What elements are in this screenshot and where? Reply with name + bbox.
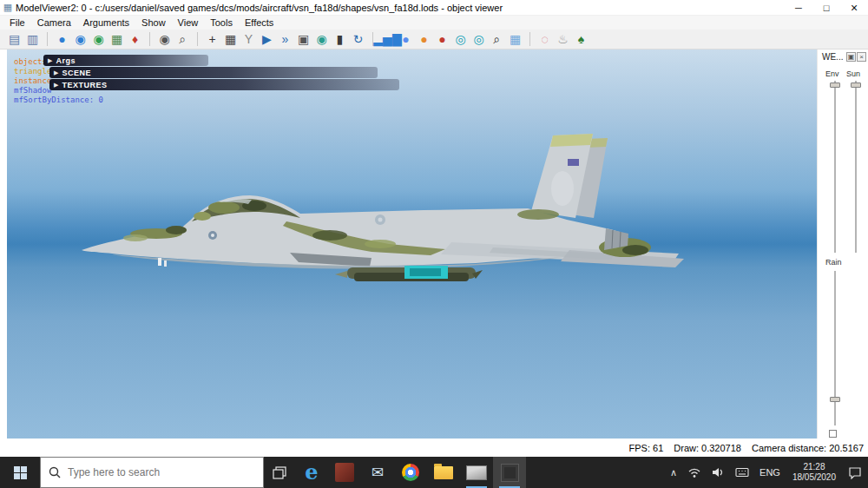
task-view-button[interactable]: [264, 457, 295, 488]
action-center-icon[interactable]: [843, 457, 868, 488]
panel-header-textures[interactable]: ▶TEXTURES: [49, 79, 399, 90]
network-icon[interactable]: [682, 457, 707, 488]
taskbar-app-photos[interactable]: [460, 457, 493, 488]
orbit-icon[interactable]: ◉: [71, 30, 89, 48]
rings-icon[interactable]: ◎: [451, 30, 470, 48]
toolbar: ▤▥●◉◉▦♦◉⌕+▦Y▶»▣◉▮↻▂▅▇●●●◎◎⌕▦◌♨♠: [0, 30, 868, 49]
blob-icon[interactable]: ●: [397, 30, 415, 48]
taskbar-app-game[interactable]: [328, 457, 361, 488]
model-viewport[interactable]: objects: Utriangles:instance:mfShadowmfS…: [7, 49, 817, 439]
status-bar: FPS: 61 Draw: 0.320718 Camera distance: …: [0, 439, 868, 457]
viewport-panels: ▶Args▶SCENE▶TEXTURES: [43, 55, 399, 91]
panel-checkbox[interactable]: [829, 430, 837, 438]
taskbar-app-edge-icon: e: [305, 462, 318, 483]
play-icon[interactable]: ▶: [258, 30, 276, 48]
panel-icon[interactable]: ▮: [331, 30, 349, 48]
panel-close-icon[interactable]: ×: [857, 52, 866, 62]
rings2-icon[interactable]: ◎: [470, 30, 488, 48]
environment-panel: WE... ▣ × Env Sun Rain: [817, 49, 868, 439]
clock-time: 21:28: [803, 462, 825, 472]
sun-slider-thumb[interactable]: [851, 82, 861, 88]
sphere-icon[interactable]: ●: [53, 30, 71, 48]
expand-arrow-icon: ▶: [48, 57, 52, 64]
keyboard-icon[interactable]: [730, 457, 754, 488]
menu-item-arguments[interactable]: Arguments: [77, 17, 135, 28]
tree-icon[interactable]: ♠: [572, 30, 590, 48]
forward-icon[interactable]: »: [276, 30, 294, 48]
magnifier-icon[interactable]: ⌕: [174, 30, 192, 48]
taskbar-app-mail[interactable]: ✉: [361, 457, 394, 488]
dotted-circle-icon[interactable]: ◌: [536, 30, 554, 48]
mesh-icon[interactable]: ▦: [221, 30, 240, 48]
grid-blue-icon[interactable]: ▦: [506, 30, 524, 48]
camera-distance-value: Camera distance: 20.5167: [752, 443, 864, 453]
expand-arrow-icon: ▶: [54, 82, 58, 89]
layers-icon[interactable]: ▥: [23, 30, 42, 48]
earth-icon[interactable]: ◉: [312, 30, 331, 48]
chart-icon[interactable]: ▂▅▇: [378, 30, 397, 48]
task-view-icon: [273, 466, 286, 479]
fire-icon[interactable]: ♦: [126, 30, 144, 48]
new-file-icon[interactable]: ▤: [5, 30, 23, 48]
grid-icon[interactable]: ▦: [108, 30, 126, 48]
aircraft-model: [7, 49, 817, 439]
taskbar-app-photos-icon: [466, 465, 487, 480]
taskbar-app-game-icon: [335, 463, 354, 482]
menu-item-effects[interactable]: Effects: [239, 17, 279, 28]
globe-icon[interactable]: ◉: [89, 30, 108, 48]
refresh-icon[interactable]: ↻: [349, 30, 367, 48]
taskbar-app-mail-icon: ✉: [372, 465, 384, 480]
apple-icon[interactable]: ●: [433, 30, 451, 48]
menu-item-tools[interactable]: Tools: [204, 17, 239, 28]
maximize-button[interactable]: □: [812, 0, 840, 15]
find-text-icon[interactable]: ⌕: [488, 30, 506, 48]
taskbar-app-chrome[interactable]: [394, 457, 427, 488]
taskbar-app-explorer-icon: [434, 466, 453, 479]
language-indicator[interactable]: ENG: [754, 457, 786, 488]
fps-value: FPS: 61: [629, 443, 664, 453]
webcam-icon[interactable]: ◉: [155, 30, 174, 48]
sun-label: Sun: [846, 69, 860, 78]
env-slider[interactable]: [830, 81, 840, 253]
search-icon: [49, 466, 61, 478]
toolbar-separator: [47, 32, 53, 46]
taskbar-clock[interactable]: 21:28 18/05/2020: [786, 462, 843, 483]
filter-icon[interactable]: Y: [240, 30, 258, 48]
search-input[interactable]: [68, 466, 241, 478]
env-slider-thumb[interactable]: [830, 82, 840, 88]
close-button[interactable]: ×: [840, 0, 868, 15]
env-label: Env: [825, 69, 839, 78]
rain-slider-track: [834, 271, 836, 425]
draw-value: Draw: 0.320718: [674, 443, 741, 453]
panel-label: SCENE: [62, 69, 91, 77]
menu-item-show[interactable]: Show: [135, 17, 172, 28]
windows-logo-icon: [14, 466, 27, 479]
taskbar-app-edge[interactable]: e: [295, 457, 328, 488]
panel-label: TEXTURES: [62, 81, 107, 89]
menu-item-view[interactable]: View: [172, 17, 205, 28]
sun-ball-icon[interactable]: ●: [415, 30, 433, 48]
taskbar: e✉ ∧ ENG 21:28: [0, 457, 868, 488]
minimize-button[interactable]: ─: [785, 0, 812, 15]
menu-item-file[interactable]: File: [3, 17, 31, 28]
camera-icon[interactable]: ▣: [294, 30, 312, 48]
menu-bar: FileCameraArgumentsShowViewToolsEffects: [0, 16, 868, 30]
volume-icon[interactable]: [707, 457, 730, 488]
sun-slider[interactable]: [851, 81, 861, 253]
panel-header-scene[interactable]: ▶SCENE: [49, 67, 378, 78]
tray-chevron-icon[interactable]: ∧: [665, 457, 682, 488]
taskbar-app-modelviewer[interactable]: [493, 457, 526, 488]
panel-dock-icon[interactable]: ▣: [846, 52, 856, 62]
rain-label: Rain: [825, 258, 842, 267]
taskbar-search[interactable]: [40, 457, 264, 488]
start-button[interactable]: [0, 457, 40, 488]
menu-item-camera[interactable]: Camera: [31, 17, 77, 28]
crosshair-icon[interactable]: +: [203, 30, 221, 48]
rain-slider[interactable]: [830, 271, 840, 425]
rain-slider-thumb[interactable]: [830, 397, 840, 402]
toolbar-separator: [149, 32, 155, 46]
panel-label: Args: [56, 56, 76, 65]
taskbar-app-explorer[interactable]: [427, 457, 460, 488]
jug-icon[interactable]: ♨: [554, 30, 572, 48]
panel-header-args[interactable]: ▶Args: [43, 55, 208, 66]
